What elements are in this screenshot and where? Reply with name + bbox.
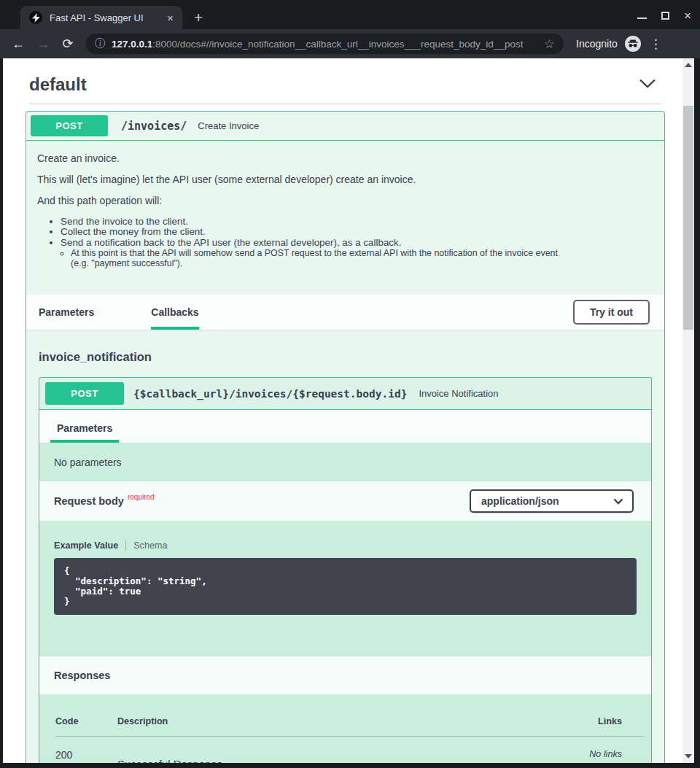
example-section: Example Value Schema { "description": "s… bbox=[39, 521, 651, 656]
callback-path: {$callback_url}/invoices/{$request.body.… bbox=[133, 388, 407, 400]
browser-tab[interactable]: Fast API - Swagger UI × bbox=[20, 6, 182, 29]
menu-dots-icon[interactable]: ⋮ bbox=[650, 36, 662, 52]
window-close-icon[interactable]: × bbox=[684, 9, 691, 22]
section-collapse-chevron-icon[interactable] bbox=[639, 78, 656, 91]
code-line: "description": "string", bbox=[64, 576, 626, 586]
content-type-select[interactable]: application/json bbox=[470, 489, 634, 513]
callback-tab-bar: Parameters bbox=[39, 410, 651, 443]
callback-method-badge: POST bbox=[45, 382, 124, 405]
tab-callbacks[interactable]: Callbacks bbox=[151, 295, 198, 330]
page-scrollbar[interactable] bbox=[682, 58, 694, 763]
tab-parameters[interactable]: Parameters bbox=[39, 295, 94, 330]
table-row: 200 Successful Response No links bbox=[47, 737, 644, 763]
request-body-row: Request body required application/json bbox=[39, 481, 651, 521]
section-divider bbox=[29, 104, 661, 104]
request-body-label: Request body bbox=[54, 495, 124, 507]
required-badge: required bbox=[128, 493, 155, 501]
bullet-item: Send a notification back to the API user… bbox=[61, 238, 653, 248]
response-code: 200 bbox=[55, 749, 117, 763]
responses-table-header: Code Description Links bbox=[47, 716, 644, 726]
callback-tab-parameters[interactable]: Parameters bbox=[50, 414, 119, 443]
swagger-page: default POST /invoices/ Create Invoice C… bbox=[3, 58, 682, 763]
address-bar[interactable]: ⓘ 127.0.0.1:8000/docs#//invoice_notifica… bbox=[86, 34, 564, 54]
incognito-label: Incognito bbox=[576, 38, 618, 50]
description-paragraph: This will (let's imagine) let the API us… bbox=[37, 174, 653, 185]
bookmark-star-icon[interactable]: ☆ bbox=[544, 36, 555, 52]
method-badge: POST bbox=[31, 115, 108, 136]
operation-description: Create an invoice. This will (let's imag… bbox=[26, 141, 664, 295]
operation-summary: Create Invoice bbox=[198, 120, 259, 131]
column-description: Description bbox=[117, 716, 598, 726]
responses-table: Code Description Links 200 Successful Re… bbox=[39, 694, 651, 763]
description-bullet-list: Send the invoice to the client. Collect … bbox=[37, 217, 653, 248]
example-value-tab[interactable]: Example Value bbox=[54, 540, 118, 551]
callbacks-section: invoice_notification POST {$callback_url… bbox=[26, 330, 664, 763]
operation-tab-bar: Parameters Callbacks Try it out bbox=[26, 295, 664, 330]
no-parameters-text: No parameters bbox=[39, 443, 651, 481]
opblock-post-invoices: POST /invoices/ Create Invoice Create an… bbox=[26, 111, 665, 763]
url-path: :8000/docs#//invoice_notification__callb… bbox=[152, 39, 523, 50]
sub-bullet-item: At this point is that the API will someh… bbox=[71, 249, 577, 268]
bullet-item: Send the invoice to the client. bbox=[61, 217, 653, 227]
try-it-out-button[interactable]: Try it out bbox=[573, 300, 650, 325]
section-title: default bbox=[29, 74, 87, 95]
window-controls: × bbox=[637, 8, 691, 23]
scroll-down-icon[interactable] bbox=[685, 754, 692, 759]
description-paragraph: And this path operation will: bbox=[37, 195, 653, 206]
callback-summary: Invoice Notification bbox=[419, 388, 498, 399]
scrollbar-thumb[interactable] bbox=[683, 106, 693, 330]
bullet-item: Collect the money from the client. bbox=[61, 227, 653, 237]
code-line: { bbox=[64, 566, 626, 576]
site-info-icon[interactable]: ⓘ bbox=[95, 37, 105, 50]
tab-separator bbox=[125, 540, 126, 551]
browser-titlebar: Fast API - Swagger UI × + × bbox=[0, 0, 700, 29]
callback-opblock-header[interactable]: POST {$callback_url}/invoices/{$request.… bbox=[39, 378, 651, 410]
operation-path: /invoices/ bbox=[121, 120, 187, 133]
content-type-value: application/json bbox=[481, 495, 559, 507]
opblock-header[interactable]: POST /invoices/ Create Invoice bbox=[26, 112, 664, 141]
tab-close-icon[interactable]: × bbox=[167, 12, 174, 24]
description-paragraph: Create an invoice. bbox=[37, 152, 653, 164]
url-text: 127.0.0.1:8000/docs#//invoice_notificati… bbox=[112, 39, 538, 50]
column-links: Links bbox=[598, 716, 622, 726]
fastapi-bolt-icon bbox=[29, 11, 42, 24]
url-host: 127.0.0.1 bbox=[112, 39, 152, 50]
incognito-icon bbox=[625, 36, 641, 52]
responses-header: Responses bbox=[39, 656, 651, 694]
callback-title: invoice_notification bbox=[39, 350, 652, 364]
scroll-up-icon[interactable] bbox=[685, 63, 692, 67]
callback-opblock: POST {$callback_url}/invoices/{$request.… bbox=[39, 377, 652, 763]
column-code: Code bbox=[55, 716, 117, 726]
browser-toolbar: ← → ⟳ ⓘ 127.0.0.1:8000/docs#//invoice_no… bbox=[0, 29, 700, 58]
forward-icon[interactable]: → bbox=[31, 36, 55, 52]
code-line: } bbox=[64, 597, 626, 607]
new-tab-button[interactable]: + bbox=[194, 9, 203, 26]
reload-icon[interactable]: ⟳ bbox=[55, 36, 80, 52]
response-links: No links bbox=[589, 749, 622, 763]
response-description: Successful Response bbox=[117, 749, 589, 763]
description-sub-bullet-list: At this point is that the API will someh… bbox=[37, 249, 577, 268]
code-line: "paid": true bbox=[64, 586, 626, 597]
chevron-down-icon bbox=[613, 498, 623, 505]
example-code-block: { "description": "string", "paid": true … bbox=[54, 558, 637, 615]
schema-tab[interactable]: Schema bbox=[133, 540, 167, 551]
window-maximize-icon[interactable] bbox=[661, 12, 669, 20]
window-minimize-icon[interactable] bbox=[637, 18, 647, 19]
back-icon[interactable]: ← bbox=[6, 36, 31, 52]
tab-title: Fast API - Swagger UI bbox=[50, 12, 161, 23]
